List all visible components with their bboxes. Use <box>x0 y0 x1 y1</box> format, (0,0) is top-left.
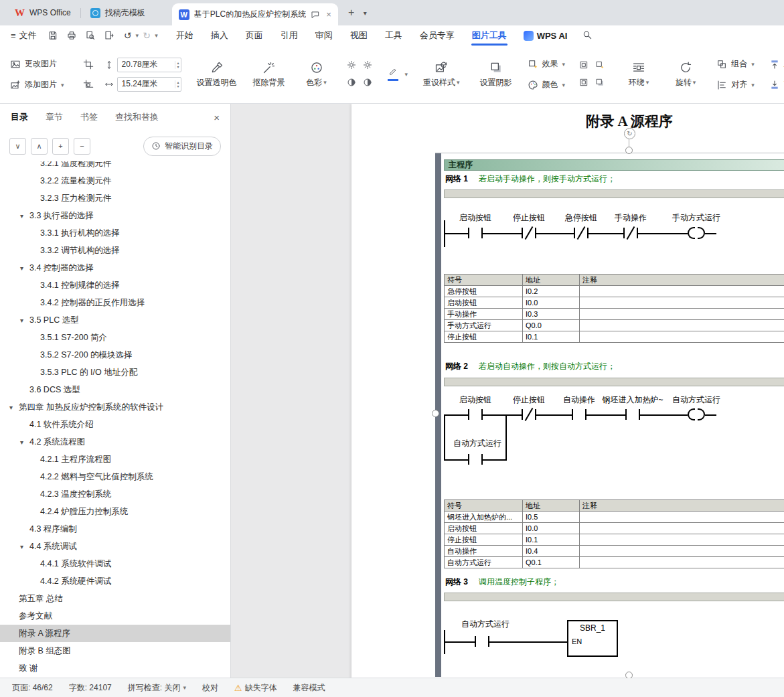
brightness-down-button[interactable] <box>363 60 372 72</box>
tab-list-dropdown[interactable]: ▾ <box>364 9 367 17</box>
spellcheck-status[interactable]: 拼写检查: 关闭 <box>128 682 186 694</box>
new-tab-button[interactable]: + <box>343 5 360 21</box>
brightness-up-button[interactable] <box>347 60 356 72</box>
menu-tab-page[interactable]: 页面 <box>237 25 272 46</box>
color-adjust-button[interactable]: 色彩 <box>297 60 337 90</box>
recolor-button[interactable] <box>382 66 412 83</box>
compat-mode-indicator[interactable]: 兼容模式 <box>293 682 325 694</box>
add-heading-button[interactable]: + <box>52 138 69 155</box>
set-shadow-button[interactable]: 设置阴影 <box>475 60 517 90</box>
height-stepper[interactable]: ▴▾ <box>175 61 179 69</box>
toc-item[interactable]: 4.2.2 燃料与空气比值控制系统 <box>0 468 230 485</box>
width-stepper[interactable]: ▴▾ <box>175 80 179 88</box>
toc-item[interactable]: 3.5.2 S7-200 的模块选择 <box>0 346 230 364</box>
undo-button[interactable]: ↺ <box>120 28 136 43</box>
toc-item[interactable]: 致 谢 <box>0 660 230 677</box>
print-preview-button[interactable] <box>82 28 98 43</box>
toc-item[interactable]: 3.4.1 控制规律的选择 <box>0 277 230 294</box>
picture-color-button[interactable]: 颜色 <box>524 76 570 94</box>
toc-item-selected[interactable]: 附录 A 源程序 <box>0 625 230 642</box>
wrap-text-button[interactable]: 环绕 <box>619 60 659 90</box>
toc-item[interactable]: 3.5.3 PLC 的 I/O 地址分配 <box>0 364 230 381</box>
change-picture-button[interactable]: 更改图片 <box>6 56 68 73</box>
toc-item[interactable]: 3.5 PLC 选型 <box>0 311 230 329</box>
page-indicator[interactable]: 页面: 46/62 <box>12 682 53 694</box>
toc-item[interactable]: 4.2 系统流程图 <box>0 433 230 451</box>
export-pdf-button[interactable] <box>101 28 117 43</box>
menu-tab-view[interactable]: 视图 <box>341 25 376 46</box>
chevron-down-icon[interactable] <box>9 402 19 412</box>
close-icon[interactable]: × <box>214 112 220 123</box>
reset-style-button[interactable]: 重设样式 <box>418 60 465 90</box>
picture-border-button[interactable] <box>579 60 589 72</box>
picture-effects-button[interactable] <box>595 60 605 72</box>
redo-button[interactable]: ↻ <box>139 28 155 43</box>
align-button[interactable]: 对齐 <box>712 76 759 94</box>
send-backward-button[interactable]: 下移 <box>765 76 784 94</box>
search-button[interactable] <box>575 29 599 42</box>
word-count[interactable]: 字数: 24107 <box>69 682 112 694</box>
chevron-down-icon[interactable] <box>20 437 29 447</box>
rotate-handle[interactable]: ↻ <box>624 128 635 139</box>
missing-font-warning[interactable]: ⚠缺失字体 <box>234 682 277 694</box>
remove-background-button[interactable]: 抠除背景 <box>248 60 290 90</box>
menu-tab-member[interactable]: 会员专享 <box>411 25 463 46</box>
toc-item[interactable]: 3.3.1 执行机构的选择 <box>0 224 230 242</box>
toc-item[interactable]: 3.5.1 S7-200 简介 <box>0 329 230 346</box>
resize-handle-bottom[interactable] <box>625 672 633 678</box>
tab-docer-template[interactable]: 找稿壳模板 <box>81 0 155 25</box>
toc-item[interactable]: 3.3.2 调节机构的选择 <box>0 242 230 259</box>
group-button[interactable]: 组合 <box>712 56 759 73</box>
redo-caret-icon[interactable] <box>155 32 158 39</box>
file-menu-button[interactable]: ≡ 文件 <box>0 29 45 42</box>
menu-tab-insert[interactable]: 插入 <box>202 25 237 46</box>
add-picture-button[interactable]: 添加图片 <box>6 76 68 94</box>
menu-tab-home[interactable]: 开始 <box>167 25 202 46</box>
toc-item[interactable]: 第五章 总结 <box>0 590 230 607</box>
contrast-down-button[interactable] <box>363 78 372 89</box>
toc-item[interactable]: 4.2.3 温度控制系统 <box>0 485 230 503</box>
toc-item[interactable]: 附录 B 组态图 <box>0 642 230 660</box>
tab-bookmarks[interactable]: 书签 <box>80 111 98 123</box>
proofread-button[interactable]: 校对 <box>202 682 218 694</box>
toc-item[interactable]: 4.2.4 炉膛压力控制系统 <box>0 503 230 520</box>
smart-toc-button[interactable]: 智能识别目录 <box>143 137 221 156</box>
plc-image[interactable]: 主程序 网络 1 若启动手动操作，则按手动方式运行； 启动按钮 停止按钮 急停按… <box>435 153 784 677</box>
chevron-down-icon[interactable] <box>20 211 29 220</box>
tab-wps-office[interactable]: W WPS Office <box>5 0 80 25</box>
width-input[interactable]: 15.24厘米 ▴▾ <box>117 77 181 92</box>
effects-button[interactable]: 效果 <box>524 56 570 73</box>
toc-item[interactable]: 4.4 系统调试 <box>0 538 230 555</box>
menu-tab-tools[interactable]: 工具 <box>376 25 411 46</box>
save-button[interactable] <box>45 28 61 43</box>
toc-item[interactable]: 3.2.2 流量检测元件 <box>0 172 230 189</box>
menu-tab-picture-tools[interactable]: 图片工具 <box>463 25 516 46</box>
tab-chapters[interactable]: 章节 <box>46 111 63 123</box>
height-input[interactable]: 20.78厘米 ▴▾ <box>117 58 181 72</box>
toc-item[interactable]: 第四章 加热反应炉控制系统的软件设计 <box>0 398 230 416</box>
toc-item[interactable]: 4.4.1 系统软件调试 <box>0 555 230 572</box>
close-icon[interactable]: × <box>326 9 331 19</box>
toc-item[interactable]: 4.2.1 主程序流程图 <box>0 451 230 468</box>
tab-document[interactable]: W 基于PLC的加热反应炉控制系统 × <box>172 3 338 25</box>
collapse-all-button[interactable]: ∨ <box>9 138 26 155</box>
crop-button[interactable] <box>79 56 98 73</box>
picture-style-button[interactable] <box>595 78 605 89</box>
tab-toc[interactable]: 目录 <box>11 111 28 123</box>
print-button[interactable] <box>64 28 80 43</box>
bring-forward-button[interactable]: 上移 <box>765 56 784 73</box>
toc-item[interactable]: 参考文献 <box>0 607 230 625</box>
toc-item[interactable]: 3.6 DCS 选型 <box>0 381 230 398</box>
toc-item[interactable]: 4.1 软件系统介绍 <box>0 416 230 433</box>
resize-handle-top[interactable] <box>625 147 633 154</box>
toc-item[interactable]: 3.3 执行器的选择 <box>0 207 230 224</box>
tab-find-replace[interactable]: 查找和替换 <box>115 111 159 123</box>
chevron-down-icon[interactable] <box>20 315 29 325</box>
menu-tab-review[interactable]: 审阅 <box>307 25 341 46</box>
chevron-down-icon[interactable] <box>20 542 29 551</box>
toc-item[interactable]: 3.2.3 压力检测元件 <box>0 189 230 207</box>
crop-shape-button[interactable] <box>79 76 98 94</box>
rotate-button[interactable]: 旋转 <box>665 60 706 90</box>
toc-item[interactable]: 3.2.1 温度检测元件 <box>0 161 230 172</box>
contrast-up-button[interactable] <box>347 78 356 89</box>
